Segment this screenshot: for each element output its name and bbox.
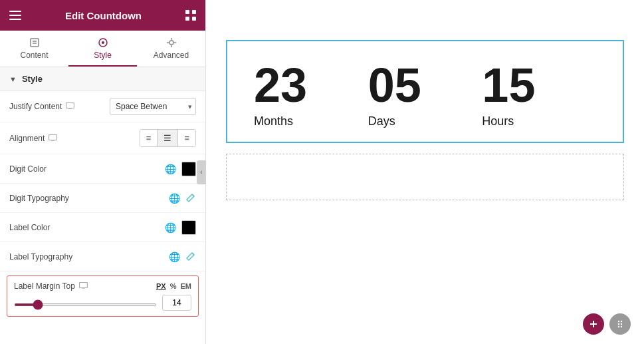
justify-content-label: Justify Content: [9, 102, 62, 111]
label-typography-row: Label Typography 🌐: [0, 242, 205, 271]
svg-rect-7: [31, 39, 39, 47]
canvas-area: 23 Months 05 Days 15 Hours: [206, 0, 644, 344]
add-element-button[interactable]: [583, 313, 604, 335]
svg-rect-4: [192, 10, 196, 14]
countdown-item-days: 05 Days: [368, 61, 483, 128]
label-color-globe-icon[interactable]: 🌐: [165, 222, 176, 233]
alignment-buttons: ≡ ☰ ≡: [140, 129, 196, 147]
unit-px[interactable]: PX: [156, 282, 166, 290]
svg-rect-5: [185, 17, 189, 21]
justify-content-select[interactable]: Space Betwen Space Around Space Evenly F…: [110, 98, 196, 115]
unit-percent[interactable]: %: [170, 282, 177, 290]
countdown-item-months: 23 Months: [254, 61, 368, 128]
digit-typography-row: Digit Typography 🌐: [0, 184, 205, 213]
svg-point-30: [618, 321, 619, 322]
svg-rect-0: [9, 11, 21, 12]
svg-point-34: [618, 326, 619, 327]
countdown-label-days: Days: [368, 114, 395, 128]
countdown-label-months: Months: [254, 114, 293, 128]
label-typo-globe-icon[interactable]: 🌐: [169, 252, 180, 262]
tab-content[interactable]: Content: [0, 31, 68, 67]
svg-point-11: [102, 41, 104, 44]
dashed-placeholder: [226, 154, 624, 200]
tab-style[interactable]: Style: [68, 31, 137, 67]
margin-slider-row: 14: [14, 295, 191, 311]
svg-rect-3: [185, 10, 189, 14]
label-margin-top-section: Label Margin Top PX % EM: [7, 275, 199, 317]
countdown-number-hours: 15: [482, 61, 535, 109]
countdown-number-months: 23: [254, 61, 307, 109]
countdown-label-hours: Hours: [482, 114, 514, 128]
digit-color-row: Digit Color 🌐: [0, 154, 205, 184]
panel-title: Edit Countdown: [21, 10, 185, 21]
left-panel: Edit Countdown Content Style: [0, 0, 206, 344]
label-color-swatch[interactable]: [181, 220, 196, 235]
digit-color-swatch[interactable]: [181, 162, 196, 176]
unit-em[interactable]: EM: [181, 282, 192, 290]
countdown-widget: 23 Months 05 Days 15 Hours: [226, 40, 624, 143]
drag-handle-button[interactable]: [609, 313, 631, 335]
tab-advanced[interactable]: Advanced: [137, 31, 205, 67]
alignment-label: Alignment: [9, 134, 45, 143]
digit-typography-edit-button[interactable]: [185, 192, 196, 204]
grid-icon[interactable]: [185, 10, 196, 21]
digit-typography-label: Digit Typography: [9, 194, 69, 203]
justify-monitor-icon: [66, 102, 74, 110]
align-left-button[interactable]: ≡: [140, 130, 158, 146]
svg-point-12: [169, 41, 173, 45]
countdown-number-days: 05: [368, 61, 421, 109]
svg-line-24: [192, 253, 194, 255]
svg-point-31: [621, 321, 622, 322]
bottom-action-buttons: [583, 313, 631, 335]
collapse-panel-button[interactable]: ‹: [197, 160, 206, 184]
svg-point-32: [618, 323, 619, 325]
style-section-header: ▼ Style: [0, 67, 205, 91]
margin-top-slider[interactable]: [14, 303, 157, 306]
alignment-monitor-icon: [49, 134, 57, 142]
label-color-row: Label Color 🌐: [0, 213, 205, 242]
countdown-item-hours: 15 Hours: [482, 61, 596, 128]
label-typography-label: Label Typography: [9, 252, 72, 261]
menu-icon[interactable]: [9, 11, 21, 20]
label-color-label: Label Color: [9, 223, 50, 232]
tabs-bar: Content Style Advanced: [0, 31, 205, 67]
margin-monitor-icon: [79, 281, 88, 291]
svg-rect-1: [9, 15, 21, 16]
panel-header: Edit Countdown: [0, 0, 205, 31]
svg-line-23: [192, 194, 194, 196]
alignment-row: Alignment ≡ ☰ ≡: [0, 122, 205, 154]
svg-rect-25: [79, 283, 87, 288]
digit-color-globe-icon[interactable]: 🌐: [165, 164, 176, 174]
align-right-button[interactable]: ≡: [178, 130, 195, 146]
justify-content-row: Justify Content Space Betwen Space Aroun…: [0, 91, 205, 122]
panel-body: ▼ Style Justify Content Space Betwen: [0, 67, 205, 344]
svg-point-33: [621, 323, 622, 325]
svg-rect-20: [49, 134, 57, 140]
svg-rect-2: [9, 19, 21, 20]
align-center-button[interactable]: ☰: [158, 130, 178, 146]
label-typography-edit-button[interactable]: [185, 250, 196, 263]
svg-point-35: [621, 326, 622, 327]
svg-rect-6: [192, 17, 196, 21]
margin-top-value-input[interactable]: 14: [162, 295, 191, 311]
section-collapse-arrow[interactable]: ▼: [9, 75, 17, 83]
svg-rect-17: [66, 103, 74, 108]
digit-typo-globe-icon[interactable]: 🌐: [169, 193, 180, 204]
digit-color-label: Digit Color: [9, 164, 47, 174]
unit-tabs: PX % EM: [156, 282, 191, 290]
label-margin-top-label: Label Margin Top: [14, 281, 75, 291]
